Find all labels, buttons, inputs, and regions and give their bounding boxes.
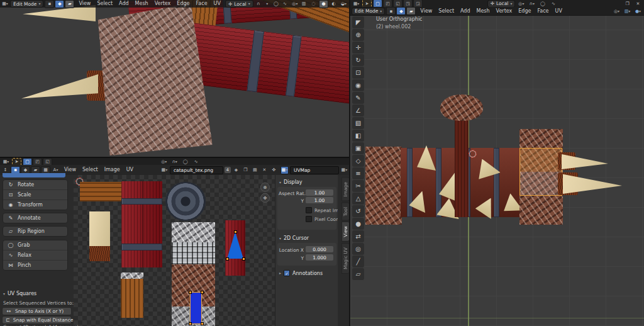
image-browse-icon[interactable]: ▦▾ (160, 166, 169, 174)
area-divider-horizontal[interactable] (0, 157, 350, 157)
area-divider-vertical[interactable] (349, 0, 350, 326)
tool-transform[interactable]: ◉ (352, 79, 364, 91)
menu-item[interactable]: UV (552, 8, 565, 15)
uv-selected-face-triangle[interactable] (227, 232, 243, 259)
uv-vertex-handle[interactable] (201, 322, 204, 325)
repeat-image-checkbox[interactable] (306, 207, 312, 213)
transform-orientation[interactable]: ✛Local▾ (225, 0, 253, 8)
uv-island-red-patch[interactable] (225, 220, 245, 276)
viewport-3d-right[interactable]: ▦▾ ➤ ▢ ◰ ◱ ◳ ◲ ✛Local▾ ◎▾ ∩▾ ◯ ∿ ❐ ✕ Edi… (350, 0, 644, 326)
xray-toggle-icon[interactable]: ▥▾ (623, 7, 632, 15)
shading-dropdown-icon[interactable]: ●▾ (633, 7, 643, 15)
select-mode-face[interactable]: ▰ (65, 0, 74, 8)
new-image-icon[interactable]: ❐ (242, 166, 250, 174)
location-y-field[interactable]: 1.000 (306, 254, 333, 261)
annotations-checkbox[interactable]: ✓ (284, 270, 290, 276)
proportional-edit-icon[interactable]: ◯ (272, 0, 280, 8)
Grab[interactable]: ◯Grab (3, 240, 67, 250)
menu-item[interactable]: Face (534, 8, 552, 15)
tool-select-box[interactable]: ◤ (352, 16, 364, 28)
model-diamond-plate-sheet[interactable] (91, 3, 213, 155)
tool-extrude-region[interactable]: ◧ (352, 130, 364, 142)
menu-item[interactable]: Select (435, 8, 457, 15)
Pinch[interactable]: ⋈Pinch (3, 261, 67, 270)
menu-item[interactable]: Select (94, 0, 116, 8)
Rip Region[interactable]: ▱Rip Region (3, 227, 67, 236)
editor-type-icon[interactable]: ▦▾ (1, 0, 9, 8)
select-mode-face[interactable]: ▰ (406, 7, 416, 15)
pan-gizmo[interactable]: ✜ (260, 193, 270, 203)
mode-select[interactable]: Edit Mode▾ (10, 0, 43, 8)
menu-item[interactable]: Edge (174, 0, 192, 8)
tool-inset-faces[interactable]: ▣ (352, 142, 364, 154)
snap-icon[interactable]: ∩ (255, 0, 262, 8)
uv-vertex-handle[interactable] (201, 291, 204, 294)
tool-poly-build[interactable]: △ (352, 193, 364, 205)
image-name-field[interactable]: catapult_tex.png (170, 166, 223, 174)
menu-item[interactable]: Image (101, 166, 123, 174)
menu-item[interactable]: Select (79, 166, 101, 174)
shading-rendered-icon[interactable]: ◒▾ (339, 0, 348, 8)
uv-vertex-handle[interactable] (242, 257, 245, 261)
fake-user-icon[interactable]: ◈ (232, 166, 240, 174)
show-overlays-icon[interactable]: ◎▾ (291, 0, 299, 8)
aspect-x-field[interactable]: 1.00 (306, 189, 333, 196)
select-mode-edge[interactable]: ◆ (396, 7, 406, 15)
unlink-image-icon[interactable]: ✕ (260, 166, 269, 174)
uv-island-metal-column[interactable] (172, 222, 215, 326)
mode-select[interactable]: Edit Mode▾ (352, 8, 385, 15)
tool-shrink-fatten[interactable]: ◎ (352, 243, 364, 255)
tool-cursor[interactable]: ⊕ (352, 29, 364, 41)
uv-island-chain-ring[interactable] (165, 182, 206, 221)
model-wheel-drum-left[interactable] (365, 147, 402, 225)
Scale[interactable]: ⊡Scale (3, 190, 67, 200)
snap-target-dropdown[interactable]: ▾ (264, 0, 271, 8)
shading-wireframe-icon[interactable]: ◌ (309, 0, 318, 8)
uv-vertex-handle[interactable] (226, 257, 229, 261)
Relax[interactable]: ∿Relax (3, 250, 67, 261)
tool-rotate[interactable]: ↻ (352, 54, 364, 66)
show-overlays-icon[interactable]: ◎▾ (612, 7, 621, 15)
model-spike[interactable] (417, 145, 436, 171)
uv-island-bone-strip[interactable] (89, 211, 110, 261)
uvmap-name-field[interactable]: UVMap (290, 166, 339, 174)
uv-image-editor[interactable]: ▦▾ ➤ ▢ ◰ ◱ ◎▾ ∩▾ ◯ ∿ ↕ ▪ ◆ ▰ ▦ A▾ (0, 157, 350, 326)
Snap to Axis (X or Y)[interactable]: ↔Snap to Axis (X or Y) (2, 307, 72, 315)
tool-add-cube[interactable]: ▧ (352, 117, 364, 129)
transform-orientation[interactable]: ✛Local▾ (487, 0, 516, 8)
menu-item[interactable]: UV (123, 166, 136, 174)
menu-item[interactable]: Add (457, 8, 474, 15)
tool-bevel[interactable]: ◇ (352, 155, 364, 167)
tool-rip-region[interactable]: ▱ (352, 268, 364, 280)
tool-scale[interactable]: ⊡ (352, 67, 364, 79)
uv-vertex-handle[interactable] (189, 322, 192, 325)
Transform[interactable]: ◉Transform (3, 200, 67, 210)
menu-item[interactable]: UV (211, 0, 224, 8)
tool-edge-slide[interactable]: ⇄ (352, 230, 364, 242)
Snap with Equal Distance[interactable]: ⊏Snap with Equal Distance (2, 316, 72, 324)
tool-shear[interactable]: ╱ (352, 256, 364, 267)
open-image-icon[interactable]: ▤ (251, 166, 259, 174)
uv-selected-face-rect[interactable] (190, 292, 202, 324)
tool-measure[interactable]: ∠ (352, 104, 364, 116)
model-spike-right-upper[interactable] (562, 154, 608, 169)
model-red-beam-right[interactable] (187, 23, 350, 104)
pin-icon[interactable]: ✜ (270, 166, 278, 174)
Rotate[interactable]: ↻Rotate (3, 180, 67, 190)
cursor2d-panel-header[interactable]: ▾2D Cursor (279, 235, 309, 241)
location-x-field[interactable]: 0.000 (306, 246, 333, 252)
selected-faces-highlight[interactable] (519, 148, 562, 196)
annotations-panel-header[interactable]: ▸ ✓ Annotations (279, 270, 323, 276)
viewport-3d-left[interactable]: ▦▾ Edit Mode▾ ▪ ◆ ▰ ViewSelectAddMeshVer… (0, 0, 350, 157)
tool-annotate[interactable]: ✎ (352, 92, 364, 104)
uv-canvas[interactable]: ⊕ ✜ (74, 175, 275, 326)
uv-vertex-handle[interactable] (189, 291, 192, 294)
tool-knife[interactable]: ✂ (352, 180, 364, 192)
menu-item[interactable]: Mesh (132, 0, 152, 8)
select-mode-vertex[interactable]: ▪ (45, 0, 54, 8)
proportional-falloff-icon[interactable]: ∿ (281, 0, 289, 8)
uvmap-icon[interactable]: ▦▾ (280, 166, 289, 174)
tool-loop-cut[interactable]: ≡ (352, 167, 364, 179)
pixel-coords-checkbox[interactable] (306, 216, 312, 222)
uv-island-red-fabric[interactable] (121, 181, 162, 267)
